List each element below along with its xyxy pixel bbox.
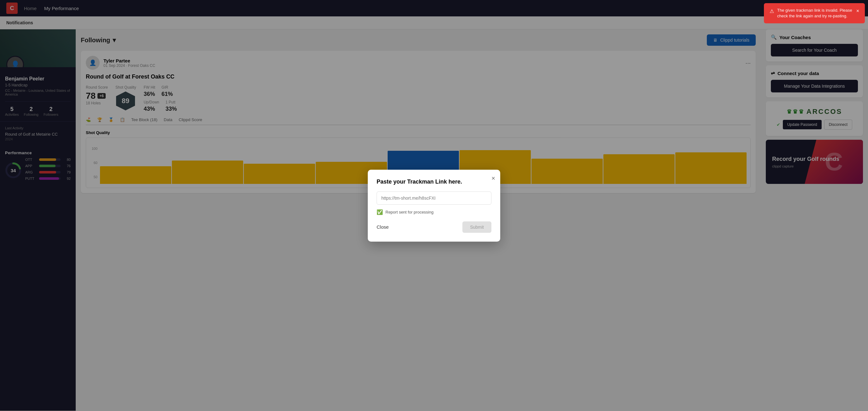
error-message: The given trackman link is invalid. Plea… (777, 7, 853, 19)
success-check-icon: ✅ (377, 209, 383, 215)
trackman-modal: × Paste your Trackman Link here. ✅ Repor… (368, 170, 500, 242)
success-text: Report sent for processing (385, 210, 433, 215)
modal-overlay[interactable]: × Paste your Trackman Link here. ✅ Repor… (0, 0, 868, 411)
modal-submit-button[interactable]: Submit (462, 221, 491, 233)
error-toast: ⚠ The given trackman link is invalid. Pl… (764, 3, 865, 23)
modal-title: Paste your Trackman Link here. (377, 179, 491, 185)
modal-close-icon-button[interactable]: × (491, 175, 495, 182)
trackman-link-input[interactable] (377, 191, 491, 205)
error-close-button[interactable]: × (856, 7, 859, 14)
modal-close-button[interactable]: Close (377, 224, 389, 230)
warning-icon: ⚠ (770, 8, 774, 15)
modal-success-message: ✅ Report sent for processing (377, 209, 491, 215)
modal-actions: Close Submit (377, 221, 491, 233)
